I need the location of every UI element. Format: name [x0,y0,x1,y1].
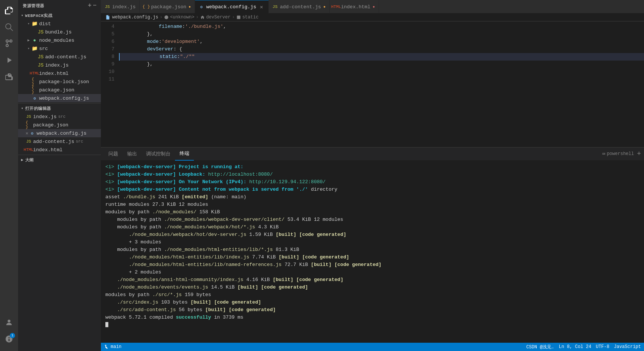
terminal-line-13: ./node_modules/html-entities/lib/index.j… [105,254,639,261]
terminal-line-11: + 3 modules [105,239,639,246]
status-encoding: UTF-8 [596,344,609,349]
add-content-label: add-content.js [45,54,86,60]
file-package-lock-json[interactable]: { } package-lock.json [18,77,101,86]
bundle-js-icon: JS [38,29,44,35]
tab-package-json[interactable]: { } package.json ● [140,0,195,13]
terminal-line-10: ./node_modules/webpack/hot/dev-server.js… [105,231,639,239]
breadcrumb-sep3: › [232,15,234,20]
tab-dot-pkg: ● [189,5,191,9]
accounts-icon[interactable] [2,315,17,330]
terminal-line-8: modules by path ./node_modules/webpack-d… [105,216,639,223]
tab-problems[interactable]: 问题 [104,147,123,161]
open-package-json[interactable]: { } package.json [18,121,101,129]
file-webpack-config[interactable]: ⚙ webpack.config.js [18,94,101,102]
code-line-9: }, [119,61,644,68]
source-control-icon[interactable] [2,36,17,51]
src-label: src [39,46,48,52]
package-lock-label: package-lock.json [39,79,89,85]
breadcrumb-file-icon [105,15,111,20]
oe-webpack-label: webpack.config.js [37,131,87,136]
tab-debug-console[interactable]: 调试控制台 [142,147,175,161]
open-add-content[interactable]: JS add-content.js src [18,137,101,146]
git-icon [104,344,109,349]
oe-pkg-icon: { } [26,122,32,128]
output-label: 输出 [127,150,137,157]
file-add-content-js[interactable]: JS add-content.js [18,53,101,61]
spacer2 [32,54,38,60]
code-line-10 [119,68,644,76]
tab-index-html[interactable]: HTML index.html ● [330,0,379,13]
tab-webpack-config[interactable]: ⚙ webpack.config.js ✕ [195,0,269,13]
new-folder-icon[interactable]: ⋯ [93,2,96,9]
code-line-5: }, [119,30,644,38]
sidebar-title: 资源管理器 [23,3,44,9]
terminal-line-16: ./node_modules/ansi-html-community/index… [105,276,639,284]
activity-bar: 1 [0,0,18,351]
git-branch: main [104,344,122,349]
spacer3 [32,62,38,68]
bundle-js-label: bundle.js [45,29,72,35]
index-js-icon: JS [38,62,44,68]
open-editors-section[interactable]: ▾ 打开的编辑器 [18,104,101,112]
svg-line-1 [11,29,13,31]
tab-icon-html: HTML [333,4,339,9]
breadcrumb-static: static [242,15,259,20]
terminal-content[interactable]: <i> [webpack-dev-server] Project is runn… [101,160,644,343]
outline-section[interactable]: ▶ 大纲 [18,156,101,164]
add-terminal-button[interactable]: + [637,150,641,158]
breadcrumb-file: webpack.config.js [112,15,158,20]
open-index-html[interactable]: HTML index.html [18,146,101,154]
svg-rect-6 [237,15,240,19]
folder-node-modules[interactable]: ▶ ● node_modules [18,36,101,44]
editor: 4 5 6 7 8 9 10 11 filename: './bundle.js… [101,21,644,147]
line-numbers: 4 5 6 7 8 9 10 11 [101,21,119,147]
search-icon[interactable] [2,20,17,35]
settings-icon[interactable]: 1 [2,331,17,346]
spacer5 [26,79,32,85]
index-js-label: index.js [45,62,69,68]
tab-output[interactable]: 输出 [123,147,142,161]
tab-index-js[interactable]: JS index.js [101,0,140,13]
tab-dot-add: ● [323,5,326,9]
oe-webpack-close[interactable]: ✕ [26,131,28,136]
file-package-json[interactable]: { } package.json [18,86,101,94]
terminal-line-5: asset ./bundle.js 241 KiB [emitted] (nam… [105,193,639,201]
folder-arrow: ▾ [26,21,32,27]
file-index-html[interactable]: HTML index.html [18,69,101,77]
status-right: CSDN @浅见. Ln 8, Col 24 UTF-8 JavaScript [526,344,641,350]
webpack-config-label: webpack.config.js [39,96,89,101]
file-bundle-js[interactable]: JS bundle.js [18,28,101,36]
run-debug-icon[interactable] [2,53,17,68]
terminal-line-19: ./src/index.js 103 bytes [built] [code g… [105,299,639,306]
extensions-icon[interactable] [2,69,17,84]
tab-label-html: index.html [341,4,370,10]
terminal-icon: ⌨ [602,151,605,157]
tab-terminal[interactable]: 终端 [175,147,194,161]
branch-name: main [111,344,122,349]
open-index-js[interactable]: JS index.js src [18,112,101,121]
code-line-4: filename: './bundle.js', [119,23,644,30]
oe-index-js-path: src [58,114,65,119]
explorer-section[interactable]: ▾ WEBPACK实战 [18,11,101,20]
terminal-line-14: ./node_modules/html-entities/lib/named-r… [105,261,639,269]
oe-webpack-icon: ⚙ [29,130,35,136]
code-area[interactable]: filename: './bundle.js', }, mode: 'devel… [119,21,644,147]
files-icon[interactable] [2,3,17,18]
pkg-lock-icon: { } [32,79,38,85]
oe-html-icon: HTML [26,147,32,153]
sidebar-header: 资源管理器 + ⋯ [18,0,101,11]
tab-add-content[interactable]: JS add-content.js ● [269,0,330,13]
spacer7 [26,95,32,101]
terminal-line-2: <i> [webpack-dev-server] Loopback: http:… [105,171,639,178]
new-file-icon[interactable]: + [88,2,92,9]
folder-src[interactable]: ▾ 📁 src [18,44,101,53]
open-webpack-config[interactable]: ✕ ⚙ webpack.config.js [18,129,101,137]
file-index-js[interactable]: JS index.js [18,61,101,69]
terminal-line-4: <i> [webpack-dev-server] Content not fro… [105,186,639,193]
code-line-6: mode: 'development', [119,38,644,46]
terminal-line-20: ./src/add-content.js 56 bytes [built] [c… [105,306,639,314]
tab-close-webpack[interactable]: ✕ [259,4,265,10]
folder-dist[interactable]: ▾ 📁 dist [18,20,101,28]
powershell-label: ⌨ powershell [602,151,634,157]
terminal-line-18: modules by path ./src/*.js 159 bytes [105,291,639,299]
